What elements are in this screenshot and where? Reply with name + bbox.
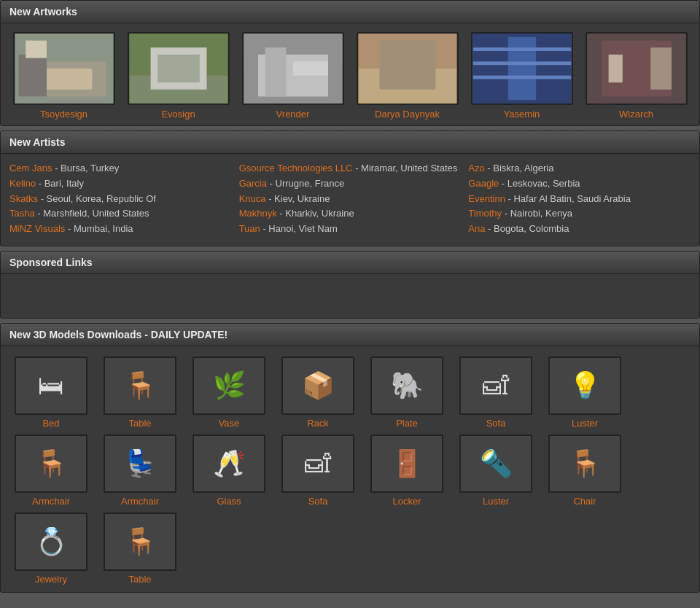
artists-column: Gsource Technologies LLC - Miramar, Unit… — [239, 161, 462, 237]
model-item[interactable]: 🌿Vase — [189, 356, 269, 429]
model-label[interactable]: Locker — [392, 496, 421, 507]
model-item[interactable]: 🪑Chair — [545, 434, 625, 507]
artist-name[interactable]: Azo — [468, 163, 484, 174]
model-thumbnail: 🔦 — [459, 434, 532, 493]
artwork-item[interactable]: Yasemin — [468, 32, 576, 120]
artwork-item[interactable]: Wizarch — [583, 32, 691, 120]
model-label[interactable]: Luster — [483, 496, 509, 507]
model-item[interactable]: 💍Jewelry — [11, 512, 91, 585]
artist-location: - Urrugne, France — [267, 178, 344, 189]
artist-location: - Biskra, Algeria — [485, 163, 554, 174]
model-label[interactable]: Armchair — [121, 496, 159, 507]
svg-rect-19 — [472, 61, 570, 65]
artist-location: - Bursa, Turkey — [52, 163, 120, 174]
artist-location: - Hafar Al Batin, Saudi Arabia — [505, 193, 631, 204]
model-thumbnail: 🛋 — [281, 434, 354, 493]
model-item[interactable]: 🪑Table — [100, 512, 180, 585]
artworks-header: New Artworks — [1, 1, 699, 23]
artwork-thumbnail — [471, 32, 573, 105]
model-thumbnail: 🛋 — [459, 356, 532, 415]
artwork-label[interactable]: Darya Daynyak — [375, 109, 440, 120]
model-label[interactable]: Jewelry — [35, 574, 67, 585]
model-item[interactable]: 🚪Locker — [367, 434, 447, 507]
model-label[interactable]: Table — [128, 574, 151, 585]
artist-name[interactable]: Makhnyk — [239, 208, 277, 219]
artist-entry: Cem Jans - Bursa, Turkey — [9, 161, 232, 176]
svg-rect-15 — [379, 41, 435, 90]
artist-name[interactable]: Knuca — [239, 193, 266, 204]
model-label[interactable]: Armchair — [32, 496, 70, 507]
model-label[interactable]: Rack — [307, 418, 329, 429]
artist-location: - Kharkiv, Ukraine — [277, 208, 354, 219]
artworks-grid: TsoydesignEvosignVrenderDarya DaynyakYas… — [1, 23, 699, 125]
model-thumbnail: 🪑 — [15, 434, 88, 493]
model-label[interactable]: Luster — [572, 418, 598, 429]
model-thumbnail: 🚪 — [370, 434, 443, 493]
artist-entry: Skatks - Seoul, Korea, Republic Of — [9, 192, 232, 207]
model-label[interactable]: Sofa — [308, 496, 328, 507]
artwork-label[interactable]: Vrender — [276, 109, 310, 120]
model-thumbnail: 💺 — [104, 434, 176, 493]
model-thumbnail: 🪑 — [104, 512, 176, 571]
model-item[interactable]: 🛏Bed — [11, 356, 91, 429]
svg-rect-8 — [158, 55, 200, 82]
svg-rect-20 — [472, 76, 570, 79]
artwork-thumbnail — [586, 32, 688, 105]
model-item[interactable]: 🛋Sofa — [456, 356, 536, 429]
model-item[interactable]: 🔦Luster — [456, 434, 536, 507]
artist-name[interactable]: Eventinn — [468, 193, 505, 204]
artist-name[interactable]: Garcia — [239, 178, 267, 189]
model-item[interactable]: 🥂Glass — [189, 434, 269, 507]
svg-rect-12 — [293, 61, 328, 75]
artists-grid: Cem Jans - Bursa, TurkeyKelino - Bari, I… — [1, 154, 699, 246]
artist-name[interactable]: Ana — [468, 223, 485, 234]
artwork-label[interactable]: Tsoydesign — [40, 109, 88, 120]
artist-name[interactable]: Kelino — [9, 178, 36, 189]
artwork-item[interactable]: Darya Daynyak — [354, 32, 462, 120]
model-item[interactable]: 🛋Sofa — [278, 434, 358, 507]
artist-entry: Gaagle - Leskovac, Serbia — [468, 176, 691, 192]
artist-location: - Mumbai, India — [65, 223, 133, 234]
model-item[interactable]: 🪑Table — [100, 356, 180, 429]
artist-name[interactable]: Tasha — [9, 208, 35, 219]
artwork-thumbnail — [13, 32, 115, 105]
artist-name[interactable]: Gsource Technologies LLC — [239, 163, 353, 174]
model-thumbnail: 🐘 — [370, 356, 443, 415]
model-label[interactable]: Vase — [219, 418, 240, 429]
model-item[interactable]: 💡Luster — [545, 356, 625, 429]
artist-entry: Garcia - Urrugne, France — [239, 176, 462, 192]
artist-name[interactable]: Cem Jans — [9, 163, 52, 174]
model-label[interactable]: Plate — [396, 418, 418, 429]
models-header: New 3D Models Downloads - DAILY UPDATE! — [1, 324, 699, 346]
model-item[interactable]: 🐘Plate — [367, 356, 447, 429]
artwork-item[interactable]: Evosign — [125, 32, 233, 120]
sponsored-header: Sponsored Links — [1, 252, 699, 274]
artist-entry: Knuca - Kiev, Ukraine — [239, 192, 462, 207]
model-item[interactable]: 💺Armchair — [100, 434, 180, 507]
artwork-item[interactable]: Vrender — [239, 32, 347, 120]
artist-entry: Gsource Technologies LLC - Miramar, Unit… — [239, 161, 462, 176]
artist-name[interactable]: Timothy — [468, 208, 502, 219]
models-grid: 🛏Bed🪑Table🌿Vase📦Rack🐘Plate🛋Sofa💡Luster🪑A… — [1, 346, 699, 592]
model-label[interactable]: Table — [128, 418, 151, 429]
model-label[interactable]: Sofa — [486, 418, 506, 429]
model-item[interactable]: 📦Rack — [278, 356, 358, 429]
model-label[interactable]: Glass — [217, 496, 241, 507]
artists-section: New Artists Cem Jans - Bursa, TurkeyKeli… — [0, 130, 700, 246]
artist-name[interactable]: MiNZ Visuals — [9, 223, 65, 234]
artist-name[interactable]: Skatks — [9, 193, 38, 204]
model-thumbnail: 🪑 — [548, 434, 621, 493]
model-label[interactable]: Chair — [573, 496, 596, 507]
artwork-label[interactable]: Wizarch — [619, 109, 653, 120]
svg-rect-4 — [26, 41, 47, 58]
artwork-item[interactable]: Tsoydesign — [10, 32, 118, 120]
artist-name[interactable]: Tuan — [239, 223, 260, 234]
svg-rect-23 — [608, 55, 622, 82]
artwork-label[interactable]: Evosign — [161, 109, 195, 120]
artist-entry: Timothy - Nairobi, Kenya — [468, 206, 691, 222]
model-thumbnail: 📦 — [281, 356, 354, 415]
artwork-label[interactable]: Yasemin — [504, 109, 540, 120]
model-item[interactable]: 🪑Armchair — [11, 434, 91, 507]
artist-name[interactable]: Gaagle — [468, 178, 499, 189]
model-label[interactable]: Bed — [42, 418, 59, 429]
